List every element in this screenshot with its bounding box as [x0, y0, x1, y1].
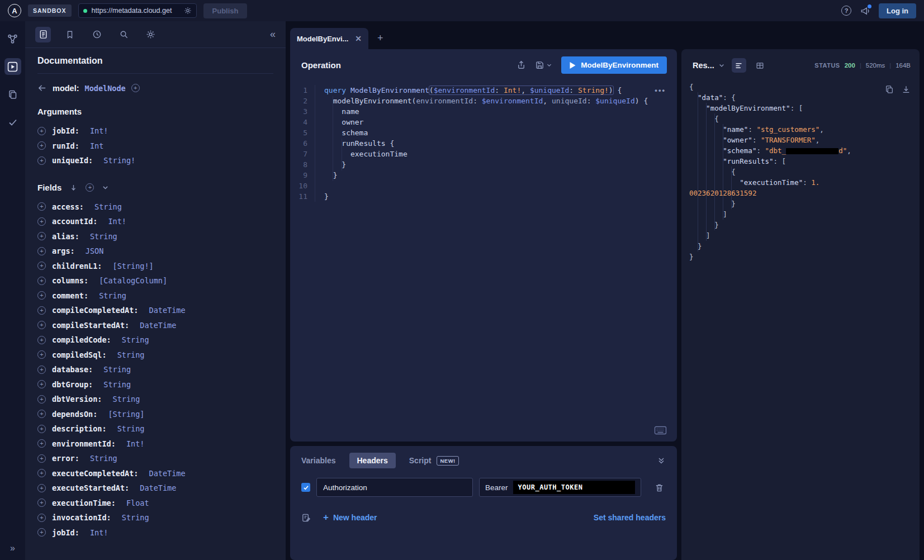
field-name[interactable]: childrenL1: [52, 262, 107, 270]
sidebar-item-checks[interactable] [4, 114, 21, 131]
field-type-link[interactable]: Int! [108, 217, 126, 226]
save-operation-button[interactable] [535, 60, 552, 70]
field-type-link[interactable]: DateTime [140, 321, 176, 330]
login-button[interactable]: Log in [879, 3, 916, 18]
query-editor[interactable]: 1query ModelByEnvironment($environmentId… [290, 85, 677, 202]
field-type-link[interactable]: String [103, 380, 131, 389]
code-line[interactable]: 9 } [290, 170, 677, 181]
history-button[interactable] [89, 27, 105, 42]
response-title-dropdown[interactable]: Res... [693, 61, 725, 70]
add-field-to-query-icon[interactable]: + [37, 156, 46, 165]
doc-field-row[interactable]: +database: String [37, 362, 273, 377]
doc-field-row[interactable]: +access: String [37, 200, 273, 215]
field-name[interactable]: uniqueId: [52, 156, 97, 165]
chevron-down-icon[interactable] [102, 184, 109, 191]
add-field-to-query-icon[interactable]: + [37, 217, 46, 226]
field-type-link[interactable]: String [117, 350, 145, 359]
field-type-link[interactable]: [String!] [113, 262, 154, 270]
add-field-to-query-icon[interactable]: + [37, 514, 46, 522]
field-name[interactable]: invocationId: [52, 513, 116, 522]
field-name[interactable]: environmentId: [52, 439, 120, 448]
doc-field-row[interactable]: +dbtGroup: String [37, 377, 273, 392]
add-field-to-query-icon[interactable]: + [37, 306, 46, 315]
add-field-to-query-icon[interactable]: + [37, 247, 46, 255]
doc-field-row[interactable]: +description: String [37, 421, 273, 436]
field-name[interactable]: alias: [52, 232, 84, 241]
breadcrumb-type-link[interactable]: ModelNode [85, 84, 126, 93]
code-line[interactable]: 11} [290, 191, 677, 202]
field-name[interactable]: compiledSql: [52, 350, 111, 359]
doc-field-row[interactable]: +jobId: Int! [37, 124, 273, 139]
add-field-to-query-icon[interactable]: + [37, 141, 46, 150]
field-type-link[interactable]: Int [90, 141, 103, 150]
response-json-viewer[interactable]: { "data": { "modelByEnvironment": [ { "n… [681, 80, 920, 262]
field-name[interactable]: jobId: [52, 126, 84, 135]
field-type-link[interactable]: String [94, 202, 122, 211]
doc-field-row[interactable]: +compiledSql: String [37, 348, 273, 363]
field-name[interactable]: executeCompletedAt: [52, 469, 143, 478]
sidebar-item-sandbox-copy[interactable] [4, 86, 21, 103]
add-field-to-query-icon[interactable]: + [37, 291, 46, 300]
share-operation-icon[interactable] [517, 60, 526, 70]
code-line[interactable]: 3 name [290, 106, 677, 117]
field-type-link[interactable]: String [117, 424, 145, 433]
doc-field-row[interactable]: +columns: [CatalogColumn] [37, 273, 273, 288]
field-name[interactable]: accountId: [52, 217, 102, 226]
field-name[interactable]: database: [52, 365, 97, 374]
add-field-to-query-icon[interactable]: + [37, 439, 46, 448]
field-type-link[interactable]: Int! [90, 528, 108, 537]
field-type-link[interactable]: DateTime [140, 483, 176, 492]
keyboard-shortcuts-icon[interactable] [654, 426, 667, 435]
add-field-to-query-icon[interactable]: + [37, 336, 46, 344]
header-value-field[interactable]: Bearer YOUR_AUTH_TOKEN [479, 478, 641, 497]
search-button[interactable] [116, 27, 131, 42]
set-shared-headers-link[interactable]: Set shared headers [594, 513, 666, 522]
doc-field-row[interactable]: +comment: String [37, 288, 273, 303]
doc-field-row[interactable]: +executeStartedAt: DateTime [37, 481, 273, 496]
response-table-view-button[interactable] [753, 58, 767, 73]
code-line[interactable]: 10 [290, 181, 677, 191]
field-type-link[interactable]: [String] [108, 410, 144, 419]
collapse-panel-chevrons-icon[interactable] [657, 456, 666, 465]
add-field-to-query-icon[interactable]: + [37, 469, 46, 477]
add-type-to-query-icon[interactable]: + [131, 84, 140, 92]
add-field-to-query-icon[interactable]: + [37, 277, 46, 285]
field-name[interactable]: compiledCode: [52, 335, 116, 344]
field-type-link[interactable]: Int! [90, 126, 108, 135]
field-type-link[interactable]: String! [103, 156, 135, 165]
code-line[interactable]: 4 owner [290, 117, 677, 127]
doc-field-row[interactable]: +invocationId: String [37, 510, 273, 525]
field-name[interactable]: dbtGroup: [52, 380, 97, 389]
field-name[interactable]: executionTime: [52, 499, 120, 507]
download-response-icon[interactable] [902, 85, 911, 94]
doc-field-row[interactable]: +alias: String [37, 229, 273, 244]
add-field-to-query-icon[interactable]: + [37, 380, 46, 388]
add-field-to-query-icon[interactable]: + [37, 262, 46, 270]
documentation-tab-button[interactable] [35, 27, 51, 42]
doc-field-row[interactable]: +executionTime: Float [37, 496, 273, 511]
add-field-to-query-icon[interactable]: + [37, 410, 46, 418]
doc-field-row[interactable]: +runId: Int [37, 139, 273, 154]
field-type-link[interactable]: String [99, 291, 126, 300]
field-name[interactable]: args: [52, 246, 79, 255]
back-arrow-icon[interactable] [37, 83, 47, 93]
field-name[interactable]: description: [52, 424, 111, 433]
field-type-link[interactable]: String [122, 335, 149, 344]
field-name[interactable]: compileStartedAt: [52, 321, 134, 330]
field-type-link[interactable]: String [113, 395, 140, 404]
expand-rail-button[interactable]: » [10, 543, 15, 553]
field-name[interactable]: columns: [52, 276, 93, 285]
add-field-to-query-icon[interactable]: + [37, 499, 46, 507]
field-name[interactable]: compileCompletedAt: [52, 306, 143, 315]
header-name-input[interactable] [316, 478, 473, 497]
doc-field-row[interactable]: +uniqueId: String! [37, 153, 273, 168]
doc-field-row[interactable]: +dependsOn: [String] [37, 407, 273, 422]
field-name[interactable]: dbtVersion: [52, 395, 107, 404]
code-line[interactable]: 5 schema [290, 127, 677, 138]
field-type-link[interactable]: Int! [126, 439, 145, 448]
field-type-link[interactable]: [CatalogColumn] [99, 276, 167, 285]
code-line[interactable]: 8 } [290, 159, 677, 170]
delete-header-icon[interactable] [655, 483, 664, 492]
doc-field-row[interactable]: +jobId: Int! [37, 525, 273, 540]
announcements-button[interactable] [860, 6, 870, 16]
